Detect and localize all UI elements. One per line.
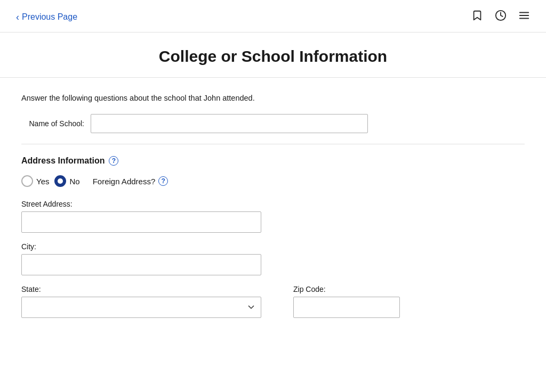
bookmark-icon[interactable] xyxy=(471,10,483,24)
school-name-label: Name of School: xyxy=(21,119,91,128)
radio-no-button[interactable] xyxy=(54,175,66,187)
school-name-input[interactable] xyxy=(91,114,368,133)
address-help-icon[interactable]: ? xyxy=(109,156,118,166)
street-address-group: Street Address: xyxy=(21,200,525,233)
radio-group: Yes No Foreign Address? ? xyxy=(21,175,525,187)
prev-page-label: Previous Page xyxy=(22,12,77,22)
foreign-address-help-icon[interactable]: ? xyxy=(158,176,168,186)
city-input[interactable] xyxy=(21,254,261,275)
prev-page-link[interactable]: ‹ Previous Page xyxy=(16,12,77,23)
address-title: Address Information xyxy=(21,156,105,166)
address-header: Address Information ? xyxy=(21,156,525,166)
radio-yes-button[interactable] xyxy=(21,175,33,187)
clock-icon[interactable] xyxy=(495,10,507,24)
state-select-wrapper: Alabama Alaska Arizona California New Yo… xyxy=(21,297,261,318)
page-title: College or School Information xyxy=(16,47,530,66)
main-content: Answer the following questions about the… xyxy=(0,78,546,334)
radio-no-option[interactable]: No xyxy=(54,175,79,187)
zip-input[interactable] xyxy=(293,297,400,318)
radio-yes-option[interactable]: Yes xyxy=(21,175,49,187)
zip-label: Zip Code: xyxy=(293,285,400,293)
city-group: City: xyxy=(21,242,525,275)
state-label: State: xyxy=(21,285,261,293)
state-zip-row: State: Alabama Alaska Arizona California… xyxy=(21,285,525,318)
intro-text: Answer the following questions about the… xyxy=(21,94,525,102)
header: ‹ Previous Page xyxy=(0,0,546,32)
section-divider xyxy=(21,144,525,144)
zip-group: Zip Code: xyxy=(293,285,400,318)
address-section: Address Information ? Yes No Foreign Add… xyxy=(21,156,525,318)
school-name-row: Name of School: xyxy=(21,114,525,133)
state-select[interactable]: Alabama Alaska Arizona California New Yo… xyxy=(21,297,261,318)
radio-no-label: No xyxy=(69,177,79,186)
foreign-address-label: Foreign Address? xyxy=(93,177,156,186)
street-address-input[interactable] xyxy=(21,211,261,233)
foreign-address-group: Foreign Address? ? xyxy=(93,176,168,186)
state-group: State: Alabama Alaska Arizona California… xyxy=(21,285,261,318)
chevron-left-icon: ‹ xyxy=(16,12,19,23)
page-title-section: College or School Information xyxy=(0,32,546,78)
street-address-label: Street Address: xyxy=(21,200,525,208)
city-label: City: xyxy=(21,242,525,251)
radio-yes-label: Yes xyxy=(36,177,49,186)
header-icons xyxy=(471,10,530,24)
menu-icon[interactable] xyxy=(518,10,530,24)
